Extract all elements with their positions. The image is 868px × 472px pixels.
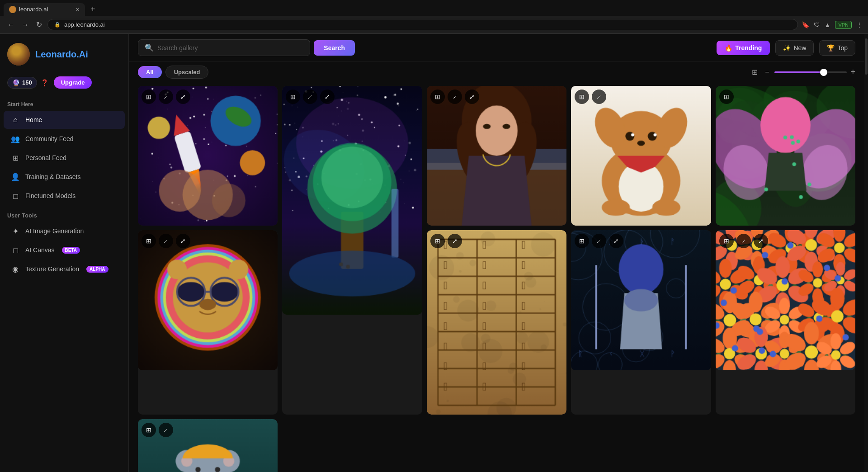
use-model-btn-10[interactable]: ⊞ (142, 423, 156, 437)
new-tab-btn[interactable]: + (87, 3, 99, 16)
expand-btn-3[interactable]: ⤢ (465, 90, 479, 104)
beta-badge: BETA (62, 247, 80, 254)
back-btn[interactable]: ← (5, 19, 16, 31)
active-tab[interactable]: leonardo.ai × (4, 3, 85, 16)
remix-btn-8[interactable]: ⟋ (592, 234, 606, 248)
zoom-in-icon[interactable]: + (850, 67, 855, 77)
item-overlay-3: ⊞ ⟋ ⤢ (427, 86, 566, 108)
app-layout: Leonardo.Ai 🔮 150 ❓ Upgrade Start Here ⌂… (0, 34, 868, 472)
use-model-btn-5[interactable]: ⊞ (719, 90, 734, 104)
zoom-slider[interactable] (774, 71, 847, 73)
zoom-out-icon[interactable]: − (763, 66, 771, 78)
use-model-btn-3[interactable]: ⊞ (430, 90, 445, 104)
expand-btn-8[interactable]: ⤢ (609, 234, 623, 248)
tab-title: leonardo.ai (19, 6, 48, 13)
view-controls: ⊞ − + (750, 66, 855, 78)
gallery-item-3[interactable]: ⊞ ⟋ ⤢ (427, 86, 566, 226)
gallery-item-5[interactable]: ⊞ (716, 86, 855, 226)
gallery-item-8[interactable]: ⊞ ⟋ ⤢ (571, 230, 711, 415)
remix-btn-10[interactable]: ⟋ (159, 423, 173, 437)
gallery-item-6[interactable]: ⊞ ⟋ ⤢ (138, 230, 278, 415)
item-overlay-1: ⊞ ⟋ ⤢ (138, 86, 278, 108)
community-icon: 👥 (11, 134, 20, 143)
search-input[interactable] (157, 44, 303, 52)
grid-view-icon[interactable]: ⊞ (750, 66, 760, 78)
finetuned-label: Finetuned Models (25, 192, 75, 199)
expand-btn-7[interactable]: ⤢ (448, 234, 462, 248)
menu-icon[interactable]: ⋮ (856, 21, 863, 28)
remix-btn-1[interactable]: ⟋ (159, 90, 173, 104)
gallery-item-2[interactable]: ⊞ ⟋ ⤢ (282, 86, 422, 415)
item-overlay-7: ⊞ ⤢ (427, 230, 566, 252)
help-icon[interactable]: ❓ (41, 79, 48, 86)
use-model-btn-4[interactable]: ⊞ (575, 90, 589, 104)
trending-label: Trending (735, 44, 762, 52)
gallery-item-10[interactable]: ⊞ ⟋ (138, 419, 278, 472)
remix-btn-4[interactable]: ⟋ (592, 90, 606, 104)
gallery-item-1[interactable]: ⊞ ⟋ ⤢ (138, 86, 278, 226)
ai-image-icon: ✦ (11, 227, 20, 236)
trending-button[interactable]: 🔥 Trending (717, 41, 770, 55)
expand-btn-2[interactable]: ⤢ (320, 90, 335, 104)
use-model-btn-6[interactable]: ⊞ (142, 234, 156, 248)
use-model-btn-9[interactable]: ⊞ (719, 234, 734, 248)
top-button[interactable]: 🏆 Top (819, 40, 855, 56)
texture-label: Texture Generation (25, 265, 79, 273)
profile-icon[interactable]: ▲ (825, 21, 831, 28)
texture-icon: ◉ (11, 264, 20, 274)
ai-canvas-label: AI Canvas (25, 246, 55, 254)
filter-all[interactable]: All (138, 66, 162, 78)
sidebar-item-personal-feed[interactable]: ⊞ Personal Feed (4, 149, 125, 167)
gallery-grid: ⊞ ⟋ ⤢ ⊞ ⟋ ⤢ (129, 82, 864, 472)
filter-row: All Upscaled ⊞ − + (129, 62, 864, 82)
alpha-badge: ALPHA (86, 266, 108, 273)
expand-btn-6[interactable]: ⤢ (176, 234, 190, 248)
remix-btn-9[interactable]: ⟋ (736, 234, 751, 248)
sidebar-item-texture-gen[interactable]: ◉ Texture Generation ALPHA (4, 260, 125, 278)
upgrade-button[interactable]: Upgrade (54, 76, 92, 89)
remix-btn-3[interactable]: ⟋ (448, 90, 462, 104)
scrollbar-thumb[interactable] (865, 38, 868, 75)
use-model-btn-8[interactable]: ⊞ (575, 234, 589, 248)
sidebar-item-ai-image-gen[interactable]: ✦ AI Image Generation (4, 222, 125, 240)
refresh-btn[interactable]: ↻ (34, 19, 44, 31)
sidebar-item-ai-canvas[interactable]: ◻ AI Canvas BETA (4, 241, 125, 259)
remix-btn-6[interactable]: ⟋ (159, 234, 173, 248)
gallery-item-4[interactable]: ⊞ ⟋ (571, 86, 711, 226)
top-icon: 🏆 (827, 44, 835, 52)
sidebar-item-finetuned-models[interactable]: ◻ Finetuned Models (4, 187, 125, 205)
logo-avatar (7, 43, 30, 66)
filter-upscaled[interactable]: Upscaled (165, 66, 209, 79)
lock-icon: 🔒 (54, 22, 61, 28)
shield-icon[interactable]: 🛡 (814, 21, 820, 28)
credits-badge: 🔮 150 (7, 77, 37, 89)
nav-actions: 🔖 🛡 ▲ VPN ⋮ (802, 21, 863, 29)
address-bar[interactable]: 🔒 app.leonardo.ai (47, 19, 798, 30)
new-label: New (793, 44, 806, 52)
user-tools-label: User Tools (0, 205, 128, 222)
sidebar-item-home[interactable]: ⌂ Home (4, 111, 125, 129)
use-model-btn-7[interactable]: ⊞ (430, 234, 445, 248)
use-model-btn-1[interactable]: ⊞ (142, 90, 156, 104)
use-model-btn-2[interactable]: ⊞ (286, 90, 300, 104)
search-icon: 🔍 (145, 43, 154, 52)
tab-close-btn[interactable]: × (76, 6, 80, 13)
gallery-toolbar: 🔍 Search 🔥 Trending ✨ New 🏆 Top (129, 34, 864, 62)
personal-label: Personal Feed (25, 154, 66, 161)
forward-btn[interactable]: → (20, 19, 31, 31)
sidebar-item-community-feed[interactable]: 👥 Community Feed (4, 130, 125, 148)
gallery-item-7[interactable]: ⊞ ⤢ (427, 230, 566, 415)
expand-btn-1[interactable]: ⤢ (176, 90, 190, 104)
scrollbar-track[interactable] (864, 34, 868, 472)
expand-btn-9[interactable]: ⤢ (754, 234, 768, 248)
new-button[interactable]: ✨ New (775, 40, 814, 56)
gallery-item-9[interactable]: ⊞ ⟋ ⤢ (716, 230, 855, 415)
home-label: Home (25, 116, 42, 123)
remix-btn-2[interactable]: ⟋ (303, 90, 317, 104)
sidebar-item-training-datasets[interactable]: 👤 Training & Datasets (4, 168, 125, 186)
search-input-wrap[interactable]: 🔍 (138, 39, 310, 56)
bookmark-icon[interactable]: 🔖 (802, 21, 809, 28)
vpn-badge[interactable]: VPN (835, 21, 852, 29)
browser-chrome: leonardo.ai × + ← → ↻ 🔒 app.leonardo.ai … (0, 0, 868, 34)
search-button[interactable]: Search (314, 40, 355, 56)
